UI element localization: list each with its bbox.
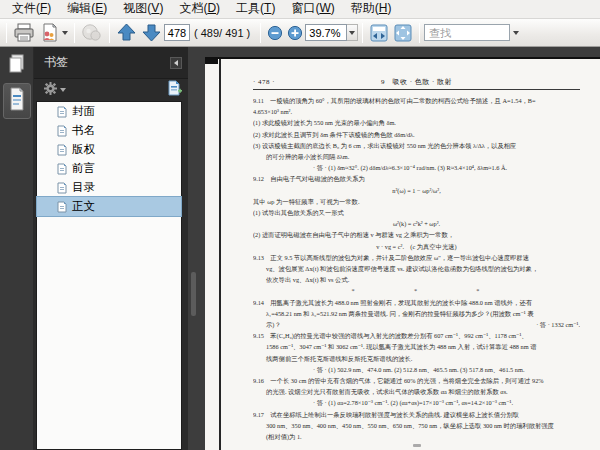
sidebar-splitter-handle[interactable] xyxy=(191,272,196,316)
bookmark-label: 目录 xyxy=(72,180,95,195)
menu-view[interactable]: 视图(V) xyxy=(115,0,171,19)
problem-line: 1586 cm⁻¹、3047 cm⁻¹ 和 3062 cm⁻¹. 现以氩离子激光… xyxy=(253,341,580,352)
find-input[interactable] xyxy=(424,24,510,41)
bookmarks-sidebar: 书签 xyxy=(34,47,188,450)
problem-line-with-answer: 示)？ · 答 · 1332 cm⁻¹. xyxy=(253,319,580,330)
problem-line: (1) 求此棱镜对波长为 550 nm 光束的最小偏向角 δm. xyxy=(253,117,580,128)
fit-width-icon xyxy=(369,23,389,43)
problem-line: (2) 求对此波长且调节到 δm 条件下该棱镜的角色散 dδm/dλ. xyxy=(253,129,580,140)
menu-help[interactable]: 帮助(H) xyxy=(343,0,400,19)
add-bookmark-button[interactable] xyxy=(166,80,182,100)
fit-page-icon xyxy=(393,23,413,43)
gear-icon xyxy=(44,81,57,99)
chapter-title: 9 吸收 · 色散 · 散射 xyxy=(333,77,500,87)
collapse-sidebar-button[interactable] xyxy=(170,57,182,69)
minus-circle-icon xyxy=(267,25,283,41)
bookmark-item-body-selected[interactable]: 正文 xyxy=(37,197,181,216)
menu-tools[interactable]: 工具(T) xyxy=(228,0,283,19)
workspace: 书签 xyxy=(0,47,600,450)
problem-line: 的可分辨的最小波长间隔 δλm. xyxy=(253,151,580,162)
fit-page-button[interactable] xyxy=(391,21,415,45)
answer-line: · 答 · (1) δm≈32°. (2) dδm/dλ≈6.3×10⁻⁴ ra… xyxy=(253,162,580,173)
page-count-label: ( 489/ 491 ) xyxy=(194,27,250,39)
pages-icon xyxy=(8,54,26,78)
disabled-chat-bubbles-icon xyxy=(81,23,103,43)
problem-line: 300 nm、350 nm、400 nm、450 nm、550 nm、650 n… xyxy=(253,420,580,431)
toolbar-separator xyxy=(6,23,7,43)
problem-line: 线两侧前三个斯托克斯谱线和反斯托克斯谱线的波长. xyxy=(253,353,580,364)
problem-line: vg、波包展宽 Δx(t) 和波包前沿速度即信号速度 vs. 建议试以洛伦兹函数… xyxy=(253,263,580,274)
toolbar-separator xyxy=(260,23,261,43)
plus-circle-icon xyxy=(287,25,303,41)
page-running-head: · 478 · 9 吸收 · 色散 · 散射 xyxy=(253,77,580,87)
formula-line: v · vg = c². (c 为真空中光速) xyxy=(253,241,580,252)
document-people-icon xyxy=(39,23,59,43)
bookmark-item-copyright[interactable]: 版权 xyxy=(37,140,181,159)
bookmark-page-icon xyxy=(57,144,67,156)
sidebar-toolbar xyxy=(34,79,188,101)
zoom-dropdown-button[interactable] xyxy=(347,24,358,41)
bookmark-page-icon xyxy=(8,87,26,115)
answer-line: · 答 · (1) αa=2.78×10⁻³ cm⁻¹. (2) (αa+αs)… xyxy=(253,397,580,408)
share-document-button[interactable] xyxy=(37,21,70,45)
previous-page-button[interactable] xyxy=(114,21,139,45)
answer-right: · 答 · 1332 cm⁻¹. xyxy=(536,319,580,330)
problem-line: (相对值)为 1. xyxy=(253,431,580,442)
document-page: · 478 · 9 吸收 · 色散 · 散射 9.11 一棱镜的顶角为 60°，… xyxy=(205,57,600,450)
bookmark-item-title[interactable]: 书名 xyxy=(37,121,181,140)
page-content: · 478 · 9 吸收 · 色散 · 散射 9.11 一棱镜的顶角为 60°，… xyxy=(253,77,580,447)
toolbar-separator xyxy=(362,23,363,43)
zoom-out-button[interactable] xyxy=(265,21,285,45)
problem-line: 4.653×10³ nm². xyxy=(253,106,580,117)
page-number-input[interactable] xyxy=(164,24,190,41)
problem-line: 9.12 自由电子气对电磁波的色散关系为 xyxy=(253,173,580,184)
bookmark-list: 封面 书名 版权 前言 目录 xyxy=(36,101,182,450)
main-toolbar: ( 489/ 491 ) xyxy=(0,19,600,47)
bookmark-page-icon xyxy=(57,201,67,213)
formula-line: n²(ω) = 1 − ωp²/ω², xyxy=(253,185,580,196)
sidebar-header: 书签 xyxy=(34,47,188,79)
menu-window[interactable]: 窗口(W) xyxy=(283,0,342,19)
collapse-left-icon xyxy=(174,60,178,66)
bookmark-page-icon xyxy=(57,125,67,137)
pages-panel-tab[interactable] xyxy=(3,53,31,79)
bookmark-item-cover[interactable]: 封面 xyxy=(37,102,181,121)
bookmark-item-preface[interactable]: 前言 xyxy=(37,159,181,178)
bookmark-item-toc[interactable]: 目录 xyxy=(37,178,181,197)
problem-line: 9.13 正文 9.5 节以高斯线型的波包为对象，并计及二阶色散效应 ω″，逐一… xyxy=(253,252,580,263)
bookmarks-panel-tab[interactable] xyxy=(3,83,31,119)
page-footer-mark xyxy=(413,444,421,447)
menu-file[interactable]: 文件(F) xyxy=(4,0,59,19)
find-dropdown-caret[interactable] xyxy=(513,31,519,35)
problem-line: 其中 ωp 为一特征频率，可视为一常数. xyxy=(253,196,580,207)
zoom-level-input[interactable] xyxy=(305,24,347,41)
section-separator: * * * xyxy=(253,285,580,296)
zoom-in-button[interactable] xyxy=(285,21,305,45)
bookmark-label: 前言 xyxy=(72,161,95,176)
share-dropdown-caret[interactable] xyxy=(62,31,68,35)
printer-icon xyxy=(13,23,35,43)
bookmark-label: 书名 xyxy=(72,123,95,138)
bookmark-page-icon xyxy=(57,106,67,118)
toolbar-separator xyxy=(419,23,420,43)
gear-dropdown-caret xyxy=(60,88,66,92)
answer-line: · 答 · (1) 502.9 nm、474.0 nm. (2) 512.8 n… xyxy=(253,364,580,375)
menu-bar: 文件(F) 编辑(E) 视图(V) 文档(D) 工具(T) 窗口(W) 帮助(H… xyxy=(0,0,600,19)
print-button[interactable] xyxy=(11,21,37,45)
problem-line: 9.17 试在坐标纸上绘制出一条反映瑞利散射强度与波长关系的曲线. 建议横坐标上… xyxy=(253,409,580,420)
next-page-button[interactable] xyxy=(139,21,164,45)
problem-line: 9.14 用氩离子激光其波长为 488.0 nm 照射金刚石，发现其散射光的波长… xyxy=(253,297,580,308)
options-gear-button[interactable] xyxy=(44,81,66,99)
fit-width-button[interactable] xyxy=(367,21,391,45)
formula-line: ω²(k) = c²k² + ωp². xyxy=(253,218,580,229)
up-arrow-icon xyxy=(116,22,137,43)
scan-gutter-shadow xyxy=(219,59,221,450)
find-group xyxy=(424,24,519,41)
bookmark-page-icon xyxy=(57,182,67,194)
menu-edit[interactable]: 编辑(E) xyxy=(59,0,115,19)
comments-tool-button-disabled xyxy=(79,21,105,45)
problem-line: 9.11 一棱镜的顶角为 60°，其所用的玻璃材料的色散可由二常数的柯西公式给予… xyxy=(253,95,580,106)
menu-document[interactable]: 文档(D) xyxy=(171,0,228,19)
problem-line: 9.15 苯(C₆H₆)的拉曼光谱中较强的谱线与入射光的波数差分别有 607 c… xyxy=(253,330,580,341)
header-rule xyxy=(253,89,580,90)
